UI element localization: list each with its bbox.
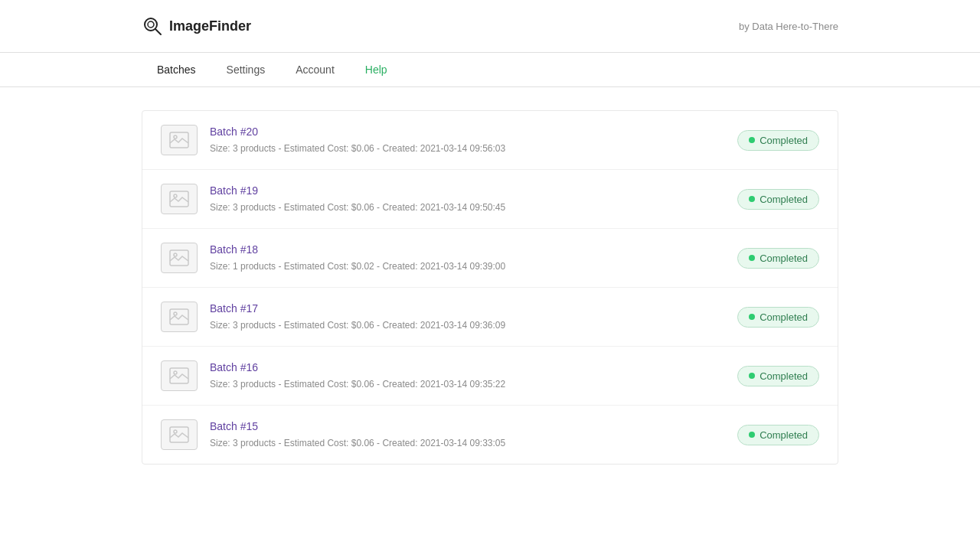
batch-meta: Size: 3 products - Estimated Cost: $0.06…: [210, 438, 505, 448]
status-label: Completed: [760, 194, 808, 205]
status-badge: Completed: [737, 130, 819, 151]
app-byline: by Data Here-to-There: [739, 21, 838, 32]
status-dot-icon: [749, 196, 755, 202]
status-label: Completed: [760, 253, 808, 264]
svg-rect-7: [170, 250, 188, 266]
status-badge: Completed: [737, 189, 819, 210]
batch-info: Batch #18 Size: 1 products - Estimated C…: [210, 243, 725, 272]
batch-meta: Size: 3 products - Estimated Cost: $0.06…: [210, 202, 505, 213]
app-title: ImageFinder: [169, 18, 251, 34]
batch-item: Batch #17 Size: 3 products - Estimated C…: [142, 288, 838, 347]
status-dot-icon: [749, 373, 755, 379]
batch-item: Batch #18 Size: 1 products - Estimated C…: [142, 229, 838, 288]
svg-point-4: [174, 135, 177, 139]
status-label: Completed: [760, 135, 808, 146]
svg-rect-11: [170, 368, 188, 383]
svg-rect-5: [170, 191, 188, 207]
batch-meta: Size: 3 products - Estimated Cost: $0.06…: [210, 379, 505, 390]
batch-thumbnail: [161, 184, 198, 214]
batch-item: Batch #19 Size: 3 products - Estimated C…: [142, 170, 838, 229]
status-badge: Completed: [737, 366, 819, 386]
main-nav: Batches Settings Account Help: [0, 53, 980, 87]
svg-rect-3: [170, 132, 188, 148]
status-label: Completed: [760, 429, 808, 441]
svg-point-12: [174, 371, 177, 374]
batch-thumbnail: [161, 243, 198, 273]
batch-info: Batch #16 Size: 3 products - Estimated C…: [210, 361, 725, 390]
batch-name-link[interactable]: Batch #15: [210, 420, 725, 432]
batch-item: Batch #15 Size: 3 products - Estimated C…: [142, 406, 838, 464]
batch-name-link[interactable]: Batch #20: [210, 126, 725, 138]
status-label: Completed: [760, 370, 808, 382]
svg-point-14: [174, 430, 177, 433]
batch-info: Batch #19 Size: 3 products - Estimated C…: [210, 184, 725, 214]
svg-point-1: [148, 21, 154, 28]
status-badge: Completed: [737, 307, 819, 328]
status-badge: Completed: [737, 248, 819, 269]
batch-item: Batch #20 Size: 3 products - Estimated C…: [142, 111, 838, 170]
svg-rect-13: [170, 427, 188, 442]
batch-thumbnail: [161, 419, 198, 450]
batch-item: Batch #16 Size: 3 products - Estimated C…: [142, 347, 838, 406]
batch-name-link[interactable]: Batch #19: [210, 184, 725, 197]
batch-meta: Size: 3 products - Estimated Cost: $0.06…: [210, 320, 505, 331]
svg-point-8: [174, 253, 177, 256]
batch-name-link[interactable]: Batch #17: [210, 302, 725, 315]
batch-list: Batch #20 Size: 3 products - Estimated C…: [142, 110, 838, 465]
status-label: Completed: [760, 311, 808, 323]
status-dot-icon: [749, 137, 755, 143]
nav-item-settings[interactable]: Settings: [211, 53, 281, 86]
status-badge: Completed: [737, 425, 819, 445]
batch-name-link[interactable]: Batch #16: [210, 361, 725, 373]
svg-point-10: [174, 312, 177, 315]
main-content: Batch #20 Size: 3 products - Estimated C…: [0, 87, 980, 487]
app-logo-icon: [142, 15, 163, 37]
batch-info: Batch #15 Size: 3 products - Estimated C…: [210, 420, 725, 449]
nav-item-help[interactable]: Help: [350, 53, 403, 86]
status-dot-icon: [749, 432, 755, 438]
batch-meta: Size: 1 products - Estimated Cost: $0.02…: [210, 261, 505, 272]
batch-thumbnail: [161, 125, 198, 155]
svg-rect-9: [170, 309, 188, 324]
svg-line-2: [155, 29, 161, 34]
batch-meta: Size: 3 products - Estimated Cost: $0.06…: [210, 143, 505, 154]
batch-thumbnail: [161, 302, 198, 332]
batch-thumbnail: [161, 360, 198, 391]
header: ImageFinder by Data Here-to-There: [0, 0, 980, 53]
status-dot-icon: [749, 314, 755, 320]
nav-item-batches[interactable]: Batches: [142, 53, 211, 86]
logo-area: ImageFinder: [142, 15, 251, 37]
batch-name-link[interactable]: Batch #18: [210, 243, 725, 256]
status-dot-icon: [749, 255, 755, 261]
nav-item-account[interactable]: Account: [280, 53, 350, 86]
batch-info: Batch #17 Size: 3 products - Estimated C…: [210, 302, 725, 331]
svg-point-6: [174, 194, 177, 197]
batch-info: Batch #20 Size: 3 products - Estimated C…: [210, 126, 725, 155]
